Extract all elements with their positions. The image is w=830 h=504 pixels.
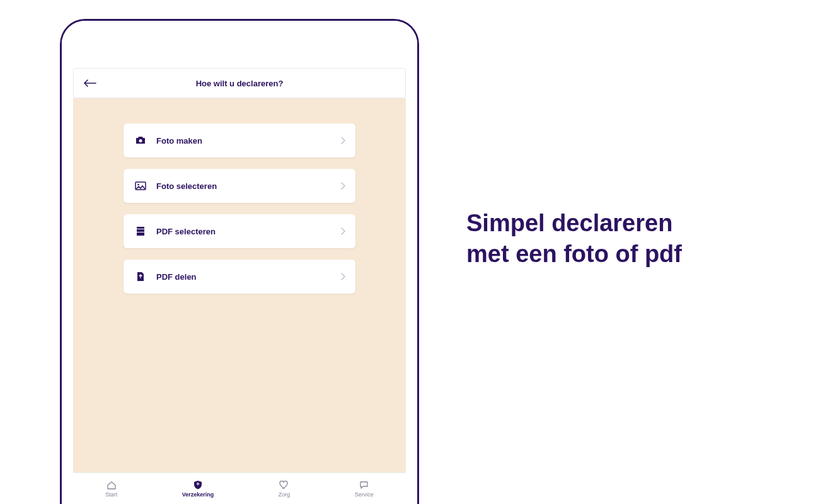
chevron-right-icon xyxy=(340,182,345,190)
chevron-right-icon xyxy=(340,227,345,235)
option-label: PDF selecteren xyxy=(156,227,340,236)
shield-icon xyxy=(192,480,204,490)
nav-label: Verzekering xyxy=(182,491,214,498)
svg-point-2 xyxy=(137,184,139,186)
chat-icon xyxy=(359,480,370,490)
pdf-icon xyxy=(134,226,147,236)
image-icon xyxy=(134,181,147,190)
content-area: Foto maken Foto selecteren xyxy=(73,98,406,472)
home-icon xyxy=(106,480,117,490)
promo-line-2: met een foto of pdf xyxy=(466,239,794,270)
tablet-bezel-top xyxy=(62,21,417,68)
promo-headline: Simpel declareren met een foto of pdf xyxy=(466,208,794,270)
option-label: PDF delen xyxy=(156,272,340,282)
promo-line-1: Simpel declareren xyxy=(466,208,794,239)
bottom-nav: Start Verzekering Zorg xyxy=(73,472,406,504)
svg-rect-4 xyxy=(137,229,144,232)
app-bar: Hoe wilt u declareren? xyxy=(73,68,406,98)
svg-point-0 xyxy=(139,139,142,142)
option-select-pdf[interactable]: PDF selecteren xyxy=(124,214,355,248)
option-take-photo[interactable]: Foto maken xyxy=(124,123,355,158)
app-bar-title: Hoe wilt u declareren? xyxy=(74,79,405,88)
camera-icon xyxy=(134,136,147,145)
nav-label: Service xyxy=(355,491,374,498)
nav-zorg[interactable]: Zorg xyxy=(279,480,291,498)
tablet-frame: Hoe wilt u declareren? Foto maken xyxy=(60,19,419,504)
option-label: Foto selecteren xyxy=(156,181,340,191)
nav-label: Zorg xyxy=(279,491,291,498)
svg-rect-3 xyxy=(137,227,144,229)
option-share-pdf[interactable]: PDF delen xyxy=(124,260,355,294)
nav-start[interactable]: Start xyxy=(105,480,117,498)
chevron-right-icon xyxy=(340,137,345,144)
option-select-photo[interactable]: Foto selecteren xyxy=(124,169,355,203)
svg-rect-5 xyxy=(137,232,144,236)
nav-label: Start xyxy=(105,491,117,498)
chevron-right-icon xyxy=(340,273,345,280)
nav-service[interactable]: Service xyxy=(355,480,374,498)
nav-verzekering[interactable]: Verzekering xyxy=(182,480,214,498)
heart-icon xyxy=(279,480,290,490)
option-label: Foto maken xyxy=(156,136,340,146)
file-share-icon xyxy=(134,272,147,282)
